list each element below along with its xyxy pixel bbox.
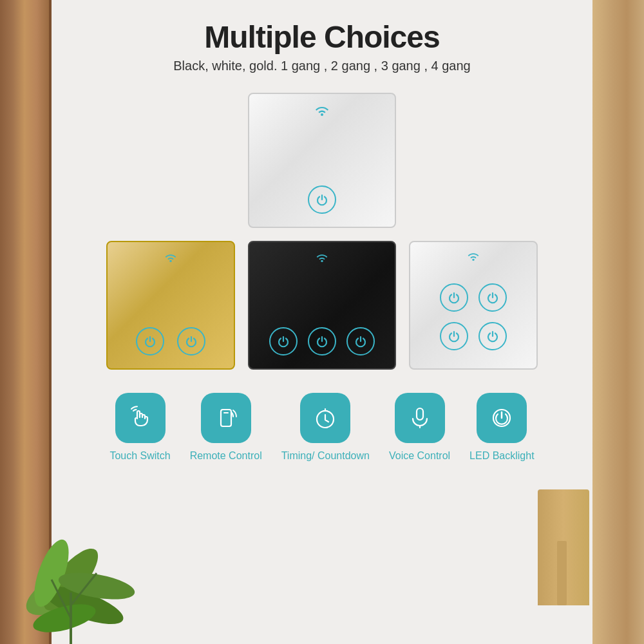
power-btn-4g-1[interactable] [440, 283, 468, 312]
power-buttons-2gang [136, 327, 205, 355]
remote-control-label: Remote Control [190, 450, 262, 463]
svg-rect-9 [221, 410, 231, 426]
timing-icon [300, 393, 350, 443]
feature-voice-control: Voice Control [389, 393, 450, 463]
power-buttons-1gang [308, 185, 336, 214]
power-btn-black-2[interactable] [308, 327, 336, 355]
wifi-icon-4gang [467, 251, 480, 263]
touch-switch-label: Touch Switch [109, 450, 170, 463]
voice-control-icon [395, 393, 445, 443]
power-btn-black-3[interactable] [346, 327, 375, 355]
switch-bottom-row [106, 241, 538, 370]
switch-2gang-gold[interactable] [106, 241, 235, 370]
led-backlight-label: LED Backlight [469, 450, 535, 463]
power-btn-gold-1[interactable] [136, 327, 164, 355]
wifi-icon-top [314, 104, 330, 118]
remote-control-icon [201, 393, 251, 443]
svg-rect-11 [417, 408, 423, 420]
switch-top-row [248, 93, 396, 228]
feature-led-backlight: LED Backlight [469, 393, 535, 463]
power-btn-4g-4[interactable] [478, 322, 507, 350]
power-btn-black-1[interactable] [269, 327, 298, 355]
page-title: Multiple Choices [204, 19, 439, 55]
wifi-icon-gold [164, 252, 177, 264]
switch-1gang-white[interactable] [248, 93, 396, 228]
timing-label: Timing/ Countdown [281, 450, 370, 463]
wood-panel-right [592, 0, 644, 644]
touch-switch-icon [115, 393, 166, 443]
power-btn-4g-3[interactable] [440, 322, 468, 350]
power-buttons-4gang [440, 283, 507, 350]
feature-touch-switch: Touch Switch [109, 393, 170, 463]
power-buttons-3gang [269, 327, 375, 355]
features-row: Touch Switch Remote Control [109, 393, 534, 476]
switch-3gang-black[interactable] [248, 241, 396, 370]
switches-area [52, 93, 592, 370]
feature-timing: Timing/ Countdown [281, 393, 370, 463]
feature-remote-control: Remote Control [190, 393, 262, 463]
led-backlight-icon [477, 393, 527, 443]
main-content: Multiple Choices Black, white, gold. 1 g… [52, 0, 592, 644]
page-subtitle: Black, white, gold. 1 gang , 2 gang , 3 … [173, 59, 470, 73]
power-btn-gold-2[interactable] [177, 327, 205, 355]
power-btn-4g-2[interactable] [478, 283, 507, 312]
power-btn-1[interactable] [308, 185, 336, 214]
wifi-icon-black [316, 252, 328, 264]
switch-4gang-white[interactable] [409, 241, 538, 370]
voice-control-label: Voice Control [389, 450, 450, 463]
